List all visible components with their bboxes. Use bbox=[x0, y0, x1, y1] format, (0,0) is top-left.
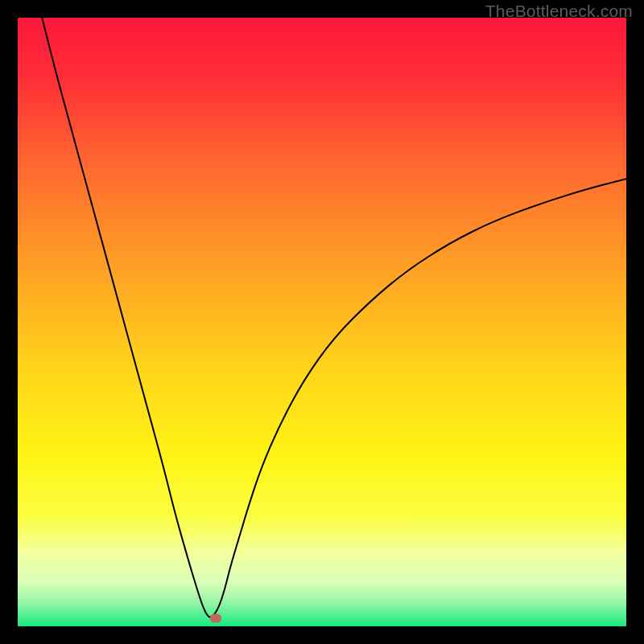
bottleneck-curve bbox=[18, 18, 626, 626]
chart-frame: TheBottleneck.com bbox=[0, 0, 644, 644]
plot-area bbox=[18, 18, 626, 626]
optimal-point-marker bbox=[210, 614, 221, 623]
watermark-text: TheBottleneck.com bbox=[485, 2, 633, 21]
